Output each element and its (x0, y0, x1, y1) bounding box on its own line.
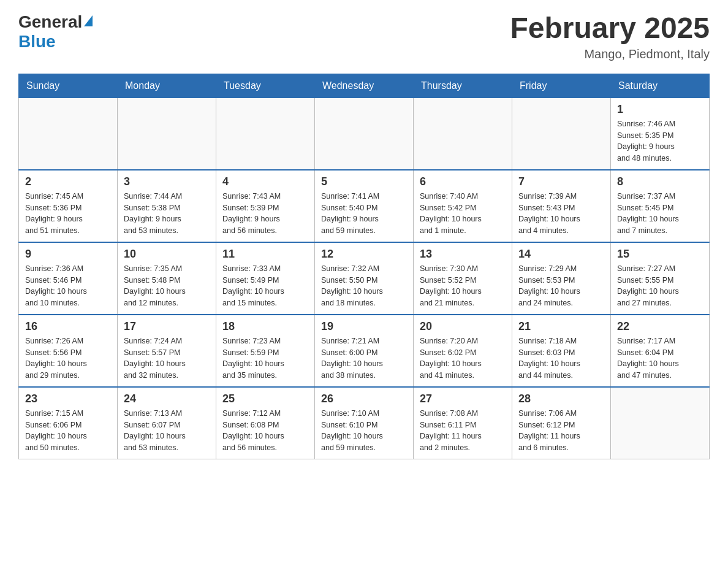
day-info: Sunrise: 7:20 AMSunset: 6:02 PMDaylight:… (420, 335, 506, 381)
day-info: Sunrise: 7:33 AMSunset: 5:49 PMDaylight:… (222, 263, 308, 309)
calendar-cell: 1Sunrise: 7:46 AMSunset: 5:35 PMDaylight… (611, 98, 710, 170)
calendar-cell: 17Sunrise: 7:24 AMSunset: 5:57 PMDayligh… (118, 315, 216, 387)
calendar-cell: 22Sunrise: 7:17 AMSunset: 6:04 PMDayligh… (611, 315, 710, 387)
location-title: Mango, Piedmont, Italy (510, 47, 710, 61)
day-info: Sunrise: 7:35 AMSunset: 5:48 PMDaylight:… (124, 263, 210, 309)
day-number: 25 (222, 393, 308, 405)
calendar-cell: 19Sunrise: 7:21 AMSunset: 6:00 PMDayligh… (315, 315, 414, 387)
day-number: 17 (124, 320, 210, 333)
day-info: Sunrise: 7:26 AMSunset: 5:56 PMDaylight:… (25, 335, 111, 381)
logo-blue-text: Blue (18, 32, 56, 51)
weekday-header-thursday: Thursday (414, 74, 512, 98)
day-info: Sunrise: 7:37 AMSunset: 5:45 PMDaylight:… (617, 191, 703, 237)
day-number: 20 (420, 320, 506, 333)
calendar-week-row: 1Sunrise: 7:46 AMSunset: 5:35 PMDaylight… (19, 98, 710, 170)
day-number: 5 (321, 175, 407, 188)
calendar-cell: 3Sunrise: 7:44 AMSunset: 5:38 PMDaylight… (118, 170, 216, 242)
calendar-cell: 27Sunrise: 7:08 AMSunset: 6:11 PMDayligh… (414, 387, 512, 459)
day-number: 18 (222, 320, 308, 333)
day-number: 11 (222, 248, 308, 261)
calendar-cell (118, 98, 216, 170)
day-number: 26 (321, 393, 407, 405)
day-number: 4 (222, 175, 308, 188)
day-number: 28 (518, 393, 604, 405)
day-number: 3 (124, 175, 210, 188)
calendar-cell: 9Sunrise: 7:36 AMSunset: 5:46 PMDaylight… (19, 242, 118, 315)
calendar-cell (216, 98, 315, 170)
day-info: Sunrise: 7:43 AMSunset: 5:39 PMDaylight:… (222, 191, 308, 237)
day-number: 6 (420, 175, 506, 188)
calendar-cell: 24Sunrise: 7:13 AMSunset: 6:07 PMDayligh… (118, 387, 216, 459)
calendar-cell: 16Sunrise: 7:26 AMSunset: 5:56 PMDayligh… (19, 315, 118, 387)
weekday-header-monday: Monday (118, 74, 216, 98)
day-number: 16 (25, 320, 111, 333)
day-info: Sunrise: 7:21 AMSunset: 6:00 PMDaylight:… (321, 335, 407, 381)
calendar-cell (19, 98, 118, 170)
day-number: 24 (124, 393, 210, 405)
day-info: Sunrise: 7:10 AMSunset: 6:10 PMDaylight:… (321, 408, 407, 454)
logo: General Blue (18, 12, 93, 52)
day-number: 1 (617, 103, 703, 116)
calendar-cell: 2Sunrise: 7:45 AMSunset: 5:36 PMDaylight… (19, 170, 118, 242)
calendar-cell: 18Sunrise: 7:23 AMSunset: 5:59 PMDayligh… (216, 315, 315, 387)
day-info: Sunrise: 7:27 AMSunset: 5:55 PMDaylight:… (617, 263, 703, 309)
calendar-cell: 7Sunrise: 7:39 AMSunset: 5:43 PMDaylight… (512, 170, 611, 242)
calendar-cell: 6Sunrise: 7:40 AMSunset: 5:42 PMDaylight… (414, 170, 512, 242)
calendar-cell: 20Sunrise: 7:20 AMSunset: 6:02 PMDayligh… (414, 315, 512, 387)
day-number: 9 (25, 248, 111, 261)
calendar-cell: 5Sunrise: 7:41 AMSunset: 5:40 PMDaylight… (315, 170, 414, 242)
weekday-header-tuesday: Tuesday (216, 74, 315, 98)
weekday-header-sunday: Sunday (19, 74, 118, 98)
day-number: 15 (617, 248, 703, 261)
calendar-cell: 21Sunrise: 7:18 AMSunset: 6:03 PMDayligh… (512, 315, 611, 387)
day-number: 22 (617, 320, 703, 333)
logo-triangle-icon (84, 15, 93, 26)
calendar-header-row: SundayMondayTuesdayWednesdayThursdayFrid… (19, 74, 710, 98)
day-number: 2 (25, 175, 111, 188)
day-number: 27 (420, 393, 506, 405)
title-section: February 2025 Mango, Piedmont, Italy (510, 12, 710, 61)
calendar-cell: 25Sunrise: 7:12 AMSunset: 6:08 PMDayligh… (216, 387, 315, 459)
day-number: 8 (617, 175, 703, 188)
day-info: Sunrise: 7:06 AMSunset: 6:12 PMDaylight:… (518, 408, 604, 454)
day-number: 12 (321, 248, 407, 261)
logo-general-text: General (18, 12, 82, 32)
calendar-cell: 10Sunrise: 7:35 AMSunset: 5:48 PMDayligh… (118, 242, 216, 315)
day-info: Sunrise: 7:36 AMSunset: 5:46 PMDaylight:… (25, 263, 111, 309)
calendar-cell (315, 98, 414, 170)
day-info: Sunrise: 7:15 AMSunset: 6:06 PMDaylight:… (25, 408, 111, 454)
day-info: Sunrise: 7:08 AMSunset: 6:11 PMDaylight:… (420, 408, 506, 454)
calendar-table: SundayMondayTuesdayWednesdayThursdayFrid… (18, 74, 710, 459)
day-info: Sunrise: 7:39 AMSunset: 5:43 PMDaylight:… (518, 191, 604, 237)
calendar-week-row: 16Sunrise: 7:26 AMSunset: 5:56 PMDayligh… (19, 315, 710, 387)
day-info: Sunrise: 7:12 AMSunset: 6:08 PMDaylight:… (222, 408, 308, 454)
calendar-cell: 11Sunrise: 7:33 AMSunset: 5:49 PMDayligh… (216, 242, 315, 315)
day-number: 23 (25, 393, 111, 405)
calendar-cell: 23Sunrise: 7:15 AMSunset: 6:06 PMDayligh… (19, 387, 118, 459)
calendar-cell: 26Sunrise: 7:10 AMSunset: 6:10 PMDayligh… (315, 387, 414, 459)
calendar-cell: 8Sunrise: 7:37 AMSunset: 5:45 PMDaylight… (611, 170, 710, 242)
day-info: Sunrise: 7:40 AMSunset: 5:42 PMDaylight:… (420, 191, 506, 237)
calendar-cell: 14Sunrise: 7:29 AMSunset: 5:53 PMDayligh… (512, 242, 611, 315)
calendar-week-row: 23Sunrise: 7:15 AMSunset: 6:06 PMDayligh… (19, 387, 710, 459)
calendar-cell: 28Sunrise: 7:06 AMSunset: 6:12 PMDayligh… (512, 387, 611, 459)
day-info: Sunrise: 7:45 AMSunset: 5:36 PMDaylight:… (25, 191, 111, 237)
day-number: 21 (518, 320, 604, 333)
calendar-cell: 15Sunrise: 7:27 AMSunset: 5:55 PMDayligh… (611, 242, 710, 315)
calendar-week-row: 9Sunrise: 7:36 AMSunset: 5:46 PMDaylight… (19, 242, 710, 315)
day-info: Sunrise: 7:18 AMSunset: 6:03 PMDaylight:… (518, 335, 604, 381)
weekday-header-friday: Friday (512, 74, 611, 98)
day-number: 10 (124, 248, 210, 261)
weekday-header-wednesday: Wednesday (315, 74, 414, 98)
calendar-cell (611, 387, 710, 459)
day-info: Sunrise: 7:29 AMSunset: 5:53 PMDaylight:… (518, 263, 604, 309)
day-info: Sunrise: 7:24 AMSunset: 5:57 PMDaylight:… (124, 335, 210, 381)
day-number: 7 (518, 175, 604, 188)
calendar-cell (512, 98, 611, 170)
calendar-week-row: 2Sunrise: 7:45 AMSunset: 5:36 PMDaylight… (19, 170, 710, 242)
day-info: Sunrise: 7:46 AMSunset: 5:35 PMDaylight:… (617, 118, 703, 164)
month-title: February 2025 (510, 12, 710, 45)
calendar-cell: 4Sunrise: 7:43 AMSunset: 5:39 PMDaylight… (216, 170, 315, 242)
day-number: 13 (420, 248, 506, 261)
day-info: Sunrise: 7:13 AMSunset: 6:07 PMDaylight:… (124, 408, 210, 454)
